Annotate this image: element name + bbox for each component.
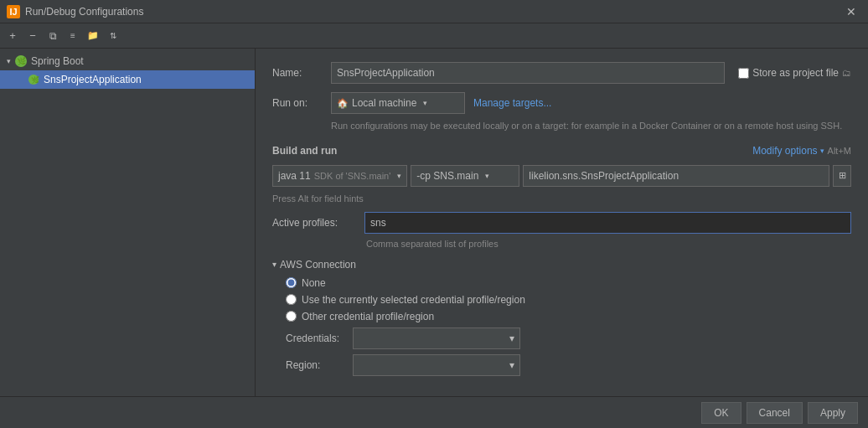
spring-app-icon: 🌿 [27,73,40,86]
folder-button[interactable]: 📁 [84,27,102,45]
credentials-dropdown[interactable]: ▾ [353,327,520,349]
radio-other-row: Other credential profile/region [272,311,851,322]
titlebar-title: Run/Debug Configurations [25,6,841,18]
main-class-input[interactable] [523,165,829,187]
manage-targets-link[interactable]: Manage targets... [473,97,551,109]
titlebar: IJ Run/Debug Configurations ✕ [0,0,868,23]
cp-dropdown[interactable]: -cp SNS.main ▾ [411,165,519,187]
sidebar-item-snsprojectapplication[interactable]: 🌿 SnsProjectApplication [0,70,255,89]
hint-text: Press Alt for field hints [272,193,851,204]
expand-arrow-icon: ▾ [7,57,11,65]
apply-button[interactable]: Apply [808,402,858,424]
radio-none[interactable] [286,277,297,288]
content-panel: Name: Store as project file 🗂 Run on: 🏠 … [256,49,868,396]
sidebar-item-label: SnsProjectApplication [44,74,142,85]
sidebar-group-spring-boot[interactable]: ▾ 🌿 Spring Boot [0,52,255,70]
store-as-project-file-area: Store as project file 🗂 [738,67,851,79]
app-icon: IJ [7,5,20,18]
add-config-button[interactable]: + [3,27,22,45]
sidebar-group-label: Spring Boot [31,55,84,67]
aws-title: AWS Connection [280,259,356,271]
bottom-bar: OK Cancel Apply [0,396,868,428]
name-row: Name: Store as project file 🗂 [272,62,851,84]
credentials-dropdown-arrow-icon: ▾ [509,333,514,344]
active-profiles-row: Active profiles: [272,212,851,234]
region-label: Region: [286,359,353,371]
local-machine-icon: 🏠 [337,98,349,109]
close-button[interactable]: ✕ [841,3,861,20]
radio-none-label: None [302,277,326,289]
sidebar: ▾ 🌿 Spring Boot 🌿 SnsProjectApplication [0,49,256,396]
java-sdk-dropdown[interactable]: java 11 SDK of 'SNS.main' ▾ [272,165,407,187]
run-on-label: Run on: [272,97,331,109]
modify-options-button[interactable]: Modify options ▾ [752,145,824,157]
run-on-value: Local machine [352,97,416,109]
sdk-sub-label: SDK of 'SNS.main' [314,171,391,181]
store-project-file-checkbox[interactable] [738,68,749,79]
spring-boot-group-icon: 🌿 [14,54,28,68]
active-profiles-label: Active profiles: [272,217,364,229]
expand-main-class-button[interactable]: ⊞ [833,165,851,187]
radio-none-row: None [272,277,851,289]
build-run-title: Build and run [272,145,337,157]
credentials-label: Credentials: [286,333,353,344]
comma-hint: Comma separated list of profiles [366,239,851,249]
run-on-description: Run configurations may be executed local… [331,119,851,133]
copy-config-button[interactable]: ⧉ [44,27,62,45]
move-config-button[interactable]: ≡ [64,27,82,45]
region-dropdown[interactable]: ▾ [353,354,520,376]
cancel-button[interactable]: Cancel [747,402,803,424]
modify-options-arrow-icon: ▾ [820,147,824,155]
radio-current[interactable] [286,294,297,305]
radio-other-label: Other credential profile/region [302,311,434,322]
ok-button[interactable]: OK [701,402,741,424]
name-label: Name: [272,67,331,79]
radio-current-row: Use the currently selected credential pr… [272,294,851,306]
aws-connection-section: ▾ AWS Connection None Use the currently … [272,259,851,376]
region-dropdown-arrow-icon: ▾ [509,359,514,371]
name-input[interactable] [331,62,725,84]
region-row: Region: ▾ [272,354,851,376]
active-profiles-input[interactable] [364,212,851,234]
run-on-dropdown[interactable]: 🏠 Local machine ▾ [331,92,465,114]
remove-config-button[interactable]: − [23,27,42,45]
aws-toggle-icon: ▾ [272,260,276,269]
sort-button[interactable]: ⇅ [104,27,122,45]
build-row: java 11 SDK of 'SNS.main' ▾ -cp SNS.main… [272,165,851,187]
main-layout: ▾ 🌿 Spring Boot 🌿 SnsProjectApplication … [0,49,868,396]
radio-current-label: Use the currently selected credential pr… [302,294,525,306]
run-on-row: Run on: 🏠 Local machine ▾ Manage targets… [272,92,851,114]
aws-section-header[interactable]: ▾ AWS Connection [272,259,851,271]
java-dropdown-arrow-icon: ▾ [397,172,401,180]
svg-text:🌿: 🌿 [31,75,39,84]
build-run-section-header: Build and run Modify options ▾ Alt+M [272,145,851,157]
toolbar: + − ⧉ ≡ 📁 ⇅ [0,23,868,49]
cp-dropdown-arrow-icon: ▾ [485,172,489,180]
project-file-icon: 🗂 [842,68,851,78]
modify-shortcut-label: Alt+M [828,146,851,156]
store-project-label: Store as project file [752,67,839,79]
dropdown-arrow-icon: ▾ [423,99,427,107]
credentials-row: Credentials: ▾ [272,327,851,349]
radio-other[interactable] [286,311,297,322]
